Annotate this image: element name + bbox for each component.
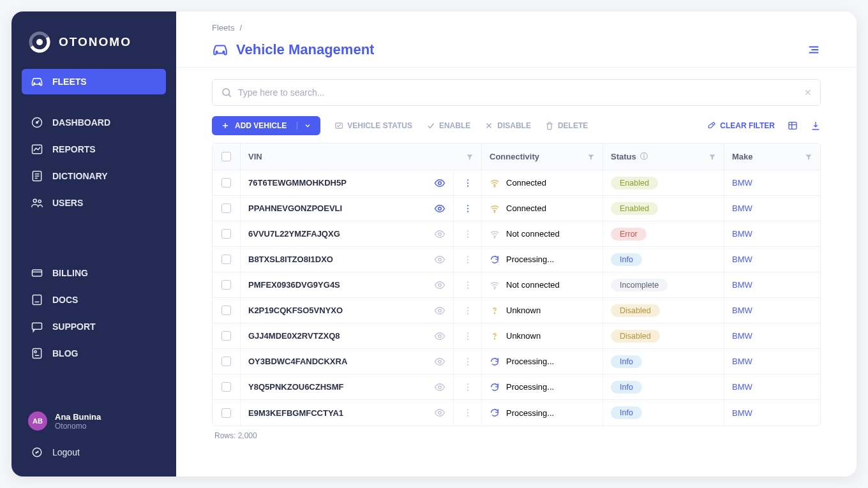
wifi-icon (490, 178, 500, 188)
col-vin: VIN (248, 152, 262, 161)
view-row-icon[interactable] (426, 400, 454, 425)
add-vehicle-button[interactable]: ADD VEHICLE (212, 116, 320, 135)
make-link[interactable]: BMW (724, 400, 820, 425)
svg-line-35 (712, 124, 714, 125)
row-checkbox[interactable] (221, 408, 231, 418)
clear-filter-button[interactable]: CLEAR FILTER (707, 121, 775, 130)
gauge-icon (31, 116, 43, 129)
row-checkbox[interactable] (221, 280, 231, 290)
svg-point-61 (467, 287, 468, 288)
row-checkbox[interactable] (221, 203, 231, 213)
connectivity-value: Not connected (506, 280, 560, 290)
make-link[interactable]: BMW (724, 221, 820, 246)
svg-point-71 (467, 338, 468, 339)
row-menu-icon[interactable] (454, 374, 482, 399)
make-link[interactable]: BMW (724, 349, 820, 374)
svg-point-4 (39, 83, 40, 84)
sidebar-item-fleets[interactable]: FLEETS (22, 69, 166, 94)
menu-toggle-icon[interactable] (807, 43, 821, 57)
sidebar-item-support[interactable]: SUPPORT (22, 314, 166, 339)
row-menu-icon[interactable] (454, 272, 482, 297)
row-checkbox[interactable] (221, 178, 231, 188)
view-row-icon[interactable] (426, 272, 454, 297)
make-link[interactable]: BMW (724, 298, 820, 323)
download-icon[interactable] (811, 121, 821, 131)
user-block[interactable]: AB Ana Bunina Otonomo (22, 403, 166, 440)
sidebar-item-reports[interactable]: REPORTS (22, 137, 166, 162)
view-row-icon[interactable] (426, 247, 454, 272)
view-row-icon[interactable] (426, 374, 454, 399)
view-row-icon[interactable] (426, 349, 454, 374)
chevron-down-icon[interactable] (297, 122, 311, 129)
status-badge: Info (611, 406, 642, 419)
check-icon (426, 121, 435, 130)
row-checkbox[interactable] (221, 255, 231, 264)
breadcrumb-item[interactable]: Fleets (212, 23, 234, 33)
filter-icon[interactable] (805, 153, 812, 161)
sidebar-item-dashboard[interactable]: DASHBOARD (22, 110, 166, 135)
info-icon[interactable]: ⓘ (640, 151, 648, 162)
make-link[interactable]: BMW (724, 272, 820, 297)
filter-icon[interactable] (708, 153, 716, 161)
svg-point-45 (467, 205, 468, 206)
svg-rect-18 (33, 323, 42, 329)
row-checkbox[interactable] (221, 357, 231, 366)
sidebar-item-users[interactable]: USERS (22, 190, 166, 216)
chat-icon (31, 320, 43, 333)
rows-count: Rows: 2,000 (212, 426, 821, 445)
clear-search-icon[interactable]: ✕ (804, 87, 812, 98)
vin-value: Y8Q5PNKZOU6CZHSMF (248, 382, 344, 392)
logout-button[interactable]: Logout (22, 440, 166, 465)
row-menu-icon[interactable] (454, 349, 482, 374)
select-all-checkbox[interactable] (221, 152, 231, 161)
row-menu-icon[interactable] (454, 400, 482, 425)
view-row-icon[interactable] (426, 221, 454, 246)
logo[interactable]: OTONOMO (22, 27, 166, 69)
columns-icon[interactable] (788, 121, 798, 131)
row-menu-icon[interactable] (454, 323, 482, 348)
row-checkbox[interactable] (221, 306, 231, 315)
sidebar-item-dictionary[interactable]: DICTIONARY (22, 163, 166, 189)
svg-point-2 (36, 39, 43, 45)
make-link[interactable]: BMW (724, 247, 820, 272)
connectivity-value: Not connected (506, 229, 560, 239)
svg-point-76 (467, 364, 468, 365)
view-row-icon[interactable] (426, 196, 454, 221)
row-checkbox[interactable] (221, 382, 231, 392)
svg-line-29 (228, 94, 230, 96)
row-menu-icon[interactable] (454, 298, 482, 323)
view-row-icon[interactable] (426, 170, 454, 195)
vin-value: PPAHNEVGONZPOEVLI (248, 203, 342, 213)
svg-point-20 (34, 351, 36, 353)
view-row-icon[interactable] (426, 298, 454, 323)
delete-button[interactable]: DELETE (545, 121, 588, 130)
vehicle-status-button[interactable]: VEHICLE STATUS (334, 121, 412, 130)
status-badge: Info (611, 253, 642, 266)
make-link[interactable]: BMW (724, 196, 820, 221)
enable-button[interactable]: ENABLE (426, 121, 470, 130)
row-checkbox[interactable] (221, 331, 231, 341)
x-icon (484, 121, 493, 130)
sidebar-item-billing[interactable]: BILLING (22, 260, 166, 286)
filter-icon[interactable] (466, 153, 474, 161)
card-icon (31, 267, 43, 279)
svg-point-28 (223, 89, 230, 96)
filter-icon[interactable] (587, 153, 595, 161)
sidebar-item-blog[interactable]: BLOG (22, 341, 166, 366)
make-link[interactable]: BMW (724, 170, 820, 195)
sidebar-item-docs[interactable]: DOCS (22, 287, 166, 313)
make-link[interactable]: BMW (724, 374, 820, 399)
row-checkbox[interactable] (221, 229, 231, 239)
row-menu-icon[interactable] (454, 170, 482, 195)
row-menu-icon[interactable] (454, 247, 482, 272)
table-row: OY3BDWC4FANDCKXRAProcessing...InfoBMW (213, 349, 820, 374)
row-menu-icon[interactable] (454, 196, 482, 221)
disable-button[interactable]: DISABLE (484, 121, 531, 130)
sidebar-item-label: DASHBOARD (52, 117, 110, 128)
search-input[interactable] (212, 79, 821, 106)
row-menu-icon[interactable] (454, 221, 482, 246)
make-link[interactable]: BMW (724, 323, 820, 348)
avatar: AB (28, 411, 47, 431)
view-row-icon[interactable] (426, 323, 454, 348)
svg-point-57 (467, 262, 468, 263)
